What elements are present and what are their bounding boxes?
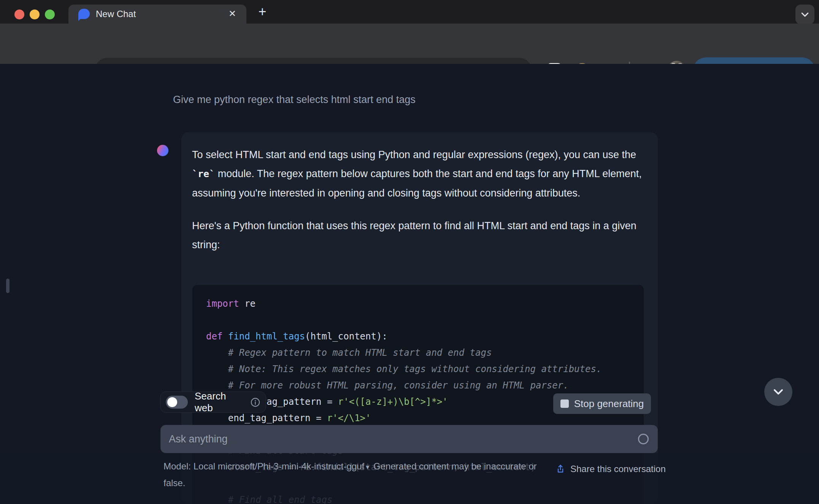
chat-bubble-favicon-icon xyxy=(78,9,90,19)
stop-generating-button[interactable]: Stop generating xyxy=(553,393,651,414)
share-upload-icon xyxy=(555,464,566,474)
model-disclaimer: Model: Local microsoft/Phi-3-mini-4k-ins… xyxy=(163,458,557,491)
message-input-wrap xyxy=(160,425,658,453)
share-conversation-link[interactable]: Share this conversation xyxy=(555,464,666,474)
code-line xyxy=(206,312,644,328)
stop-square-icon xyxy=(560,399,569,408)
info-icon[interactable] xyxy=(250,397,260,407)
search-web-label: Search web xyxy=(195,390,246,414)
inline-code-re: `re` xyxy=(192,168,215,179)
window-minimize-button[interactable] xyxy=(30,10,40,19)
share-label: Share this conversation xyxy=(570,464,666,474)
code-line: # For more robust HTML parsing, consider… xyxy=(206,377,644,394)
assistant-paragraph-2: Here's a Python function that uses this … xyxy=(192,216,643,254)
chevron-down-icon xyxy=(798,7,812,22)
browser-tab-new-chat[interactable]: New Chat ✕ xyxy=(68,5,246,24)
window-close-button[interactable] xyxy=(14,10,24,19)
model-dropdown-caret-icon[interactable]: ▾ xyxy=(364,463,371,471)
assistant-paragraph-1: To select HTML start and end tags using … xyxy=(192,145,643,203)
model-selector[interactable]: microsoft/Phi-3-mini-4k-instruct-gguf▾ xyxy=(218,461,371,471)
user-message: Give me python regex that selects html s… xyxy=(173,94,416,106)
code-line: # Regex pattern to match HTML start and … xyxy=(206,345,644,361)
tab-title: New Chat xyxy=(96,5,136,24)
new-tab-button[interactable]: + xyxy=(253,3,271,21)
scroll-to-bottom-button[interactable] xyxy=(764,378,792,406)
code-line: # Note: This regex matches only tags wit… xyxy=(206,361,644,377)
generating-spinner-icon xyxy=(638,434,649,444)
page-content: Give me python regex that selects html s… xyxy=(0,64,819,504)
code-line: import re xyxy=(206,296,644,312)
chevron-down-icon xyxy=(770,384,787,400)
message-input[interactable] xyxy=(160,425,658,453)
tab-search-button[interactable] xyxy=(795,5,814,24)
code-line: def find_html_tags(html_content): xyxy=(206,328,644,345)
browser-toolbar: localhost:5173/conversation/665727c45da9… xyxy=(0,24,819,64)
stop-generating-label: Stop generating xyxy=(574,398,644,410)
sidebar-drag-handle[interactable] xyxy=(6,279,10,293)
search-web-toggle-group: Search web xyxy=(160,391,266,413)
tab-close-icon[interactable]: ✕ xyxy=(227,5,238,24)
tab-strip: New Chat ✕ + xyxy=(0,0,819,24)
search-web-toggle[interactable] xyxy=(166,396,188,409)
window-fullscreen-button[interactable] xyxy=(45,10,55,19)
assistant-avatar-dot xyxy=(157,145,168,156)
